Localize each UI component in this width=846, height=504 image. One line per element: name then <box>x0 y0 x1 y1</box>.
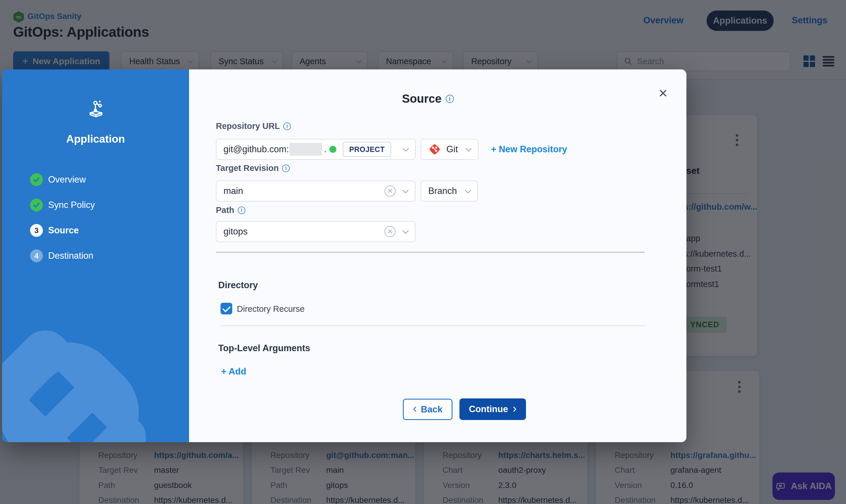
chevron-right-icon: › <box>512 402 516 415</box>
continue-button[interactable]: Continue › <box>460 398 526 420</box>
clear-icon[interactable]: ✕ <box>384 226 396 237</box>
back-button[interactable]: ‹ Back <box>403 399 452 420</box>
chevron-down-icon[interactable] <box>402 187 409 194</box>
section-divider <box>216 252 645 253</box>
step-label: Overview <box>48 175 86 185</box>
wizard-step-overview[interactable]: Overview <box>30 173 86 186</box>
new-application-wizard: Application OverviewSync Policy3Source4D… <box>2 69 686 442</box>
project-badge: PROJECT <box>343 142 391 157</box>
step-number: 4 <box>30 249 43 262</box>
connection-status-dot <box>329 146 336 153</box>
directory-heading: Directory <box>218 280 258 290</box>
info-icon[interactable]: i <box>283 123 291 130</box>
step-number: 3 <box>30 224 43 237</box>
chevron-down-icon[interactable] <box>465 145 472 152</box>
back-button-label: Back <box>421 404 443 415</box>
path-label: Path i <box>216 205 245 215</box>
repo-type-select[interactable]: Git <box>421 139 479 160</box>
repository-url-input[interactable]: git@github.com: . PROJECT <box>216 139 416 160</box>
wizard-step-source[interactable]: 3Source <box>30 224 79 237</box>
continue-button-label: Continue <box>469 404 508 414</box>
source-step-title: Source i <box>402 92 454 105</box>
chevron-down-icon[interactable] <box>465 187 471 194</box>
path-label-text: Path <box>216 205 234 215</box>
check-icon <box>30 173 43 186</box>
target-revision-input[interactable]: main ✕ <box>216 181 415 201</box>
repository-url-suffix: . <box>324 144 326 155</box>
step-label: Sync Policy <box>48 200 95 210</box>
section-divider <box>220 325 645 326</box>
info-icon[interactable]: i <box>238 206 245 214</box>
add-argument-link[interactable]: + Add <box>221 366 246 377</box>
directory-recurse-label: Directory Recurse <box>237 304 305 314</box>
repository-url-label: Repository URL i <box>216 121 291 131</box>
repository-url-label-text: Repository URL <box>216 121 280 131</box>
target-revision-value: main <box>223 186 243 196</box>
brand-watermark <box>2 291 189 442</box>
revision-type-select[interactable]: Branch <box>421 181 478 201</box>
info-icon[interactable]: i <box>446 95 454 103</box>
git-icon <box>428 143 441 156</box>
step-label: Source <box>48 225 79 236</box>
chevron-left-icon: ‹ <box>413 402 417 415</box>
new-repository-link[interactable]: + New Repository <box>491 144 567 155</box>
check-icon <box>30 199 43 212</box>
repo-type-value: Git <box>446 144 458 155</box>
wizard-sidebar: Application OverviewSync Policy3Source4D… <box>2 69 189 442</box>
wizard-title: Application <box>2 133 189 145</box>
step-label: Destination <box>48 251 93 261</box>
chevron-down-icon[interactable] <box>402 228 409 234</box>
source-step-title-text: Source <box>402 92 442 105</box>
top-level-arguments-heading: Top-Level Arguments <box>218 343 310 354</box>
redacted-text <box>289 143 322 156</box>
directory-recurse-checkbox[interactable] <box>220 303 232 314</box>
target-revision-label: Target Revision i <box>216 163 290 173</box>
application-icon <box>87 99 105 118</box>
path-value: gitops <box>223 226 248 237</box>
repository-url-value: git@github.com: <box>223 144 289 155</box>
wizard-step-sync-policy[interactable]: Sync Policy <box>30 199 95 212</box>
close-icon[interactable]: ✕ <box>658 88 668 99</box>
revision-type-value: Branch <box>428 186 457 196</box>
chevron-down-icon[interactable] <box>402 145 409 152</box>
wizard-step-destination[interactable]: 4Destination <box>30 249 93 262</box>
info-icon[interactable]: i <box>282 164 290 172</box>
target-revision-label-text: Target Revision <box>216 163 278 173</box>
wizard-step-panel: ✕ Source i Repository URL i git@github.c… <box>189 69 686 442</box>
clear-icon[interactable]: ✕ <box>384 185 396 197</box>
path-input[interactable]: gitops ✕ <box>216 221 415 242</box>
